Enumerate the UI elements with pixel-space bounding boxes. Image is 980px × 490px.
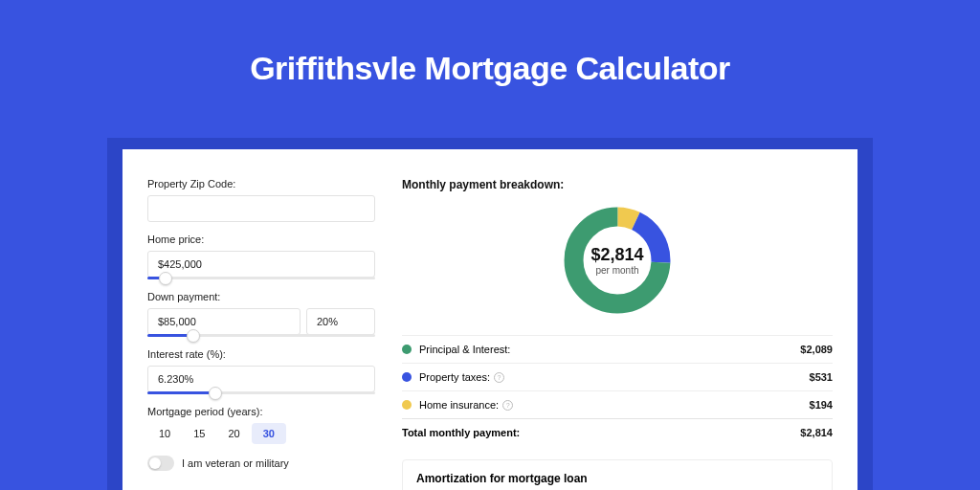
legend-tax-amount: $531 (810, 371, 833, 383)
legend-ins-label: Home insurance: ? (419, 399, 810, 411)
home-price-slider-thumb[interactable] (159, 272, 172, 285)
home-price-group: Home price: (147, 234, 375, 279)
down-payment-group: Down payment: (147, 291, 375, 337)
legend-total-amount: $2,814 (800, 427, 833, 438)
home-price-input[interactable] (147, 251, 375, 278)
swatch-blue-icon (402, 372, 412, 382)
period-group: Mortgage period (years): 10 15 20 30 (147, 406, 375, 444)
zip-input[interactable] (147, 195, 375, 222)
period-10-button[interactable]: 10 (147, 423, 182, 444)
form-column: Property Zip Code: Home price: Down paym… (147, 178, 375, 490)
period-label: Mortgage period (years): (147, 406, 375, 417)
legend-pi-label: Principal & Interest: (419, 344, 800, 355)
interest-group: Interest rate (%): (147, 348, 375, 394)
calculator-card: Property Zip Code: Home price: Down paym… (122, 149, 858, 490)
legend-ins-text: Home insurance: (419, 399, 499, 411)
interest-slider-thumb[interactable] (209, 387, 222, 400)
down-payment-pct-input[interactable] (306, 308, 375, 335)
interest-slider[interactable] (147, 391, 375, 394)
home-price-label: Home price: (147, 234, 375, 245)
period-20-button[interactable]: 20 (217, 423, 252, 444)
donut-amount: $2,814 (590, 245, 643, 265)
veteran-label: I am veteran or military (182, 457, 289, 469)
amortization-title: Amortization for mortgage loan (416, 472, 818, 485)
info-icon[interactable]: ? (502, 400, 513, 411)
interest-input[interactable] (147, 366, 375, 392)
down-payment-slider[interactable] (147, 334, 375, 337)
legend-ins-amount: $194 (810, 399, 833, 411)
info-icon[interactable]: ? (494, 372, 504, 383)
period-buttons: 10 15 20 30 (147, 423, 375, 444)
swatch-green-icon (402, 345, 412, 354)
legend-tax-label: Property taxes: ? (419, 371, 810, 383)
legend-property-taxes: Property taxes: ? $531 (402, 363, 833, 390)
zip-label: Property Zip Code: (147, 178, 375, 189)
zip-field-group: Property Zip Code: (147, 178, 375, 222)
legend-total: Total monthly payment: $2,814 (402, 418, 833, 446)
donut-chart-wrap: $2,814 per month (402, 203, 833, 318)
donut-sub: per month (595, 265, 638, 276)
veteran-toggle-row: I am veteran or military (147, 456, 375, 471)
page-title: Griffithsvle Mortgage Calculator (0, 0, 980, 108)
legend-home-insurance: Home insurance: ? $194 (402, 390, 833, 418)
donut-center: $2,814 per month (560, 203, 675, 318)
veteran-toggle[interactable] (147, 456, 174, 471)
legend-pi-amount: $2,089 (800, 344, 833, 355)
down-payment-input[interactable] (147, 308, 301, 335)
down-payment-slider-thumb[interactable] (187, 329, 200, 343)
swatch-yellow-icon (402, 400, 412, 410)
interest-label: Interest rate (%): (147, 348, 375, 360)
breakdown-title: Monthly payment breakdown: (402, 178, 833, 191)
period-15-button[interactable]: 15 (182, 423, 216, 444)
legend-tax-text: Property taxes: (419, 371, 490, 383)
amortization-box: Amortization for mortgage loan Amortizat… (402, 459, 833, 490)
home-price-slider[interactable] (147, 277, 375, 279)
donut-chart: $2,814 per month (560, 203, 675, 318)
period-30-button[interactable]: 30 (252, 423, 286, 444)
legend-total-label: Total monthly payment: (402, 427, 800, 438)
breakdown-column: Monthly payment breakdown: $2,814 per mo… (402, 178, 833, 490)
down-payment-label: Down payment: (147, 291, 375, 302)
toggle-knob (149, 457, 161, 469)
legend-principal-interest: Principal & Interest: $2,089 (402, 335, 833, 363)
